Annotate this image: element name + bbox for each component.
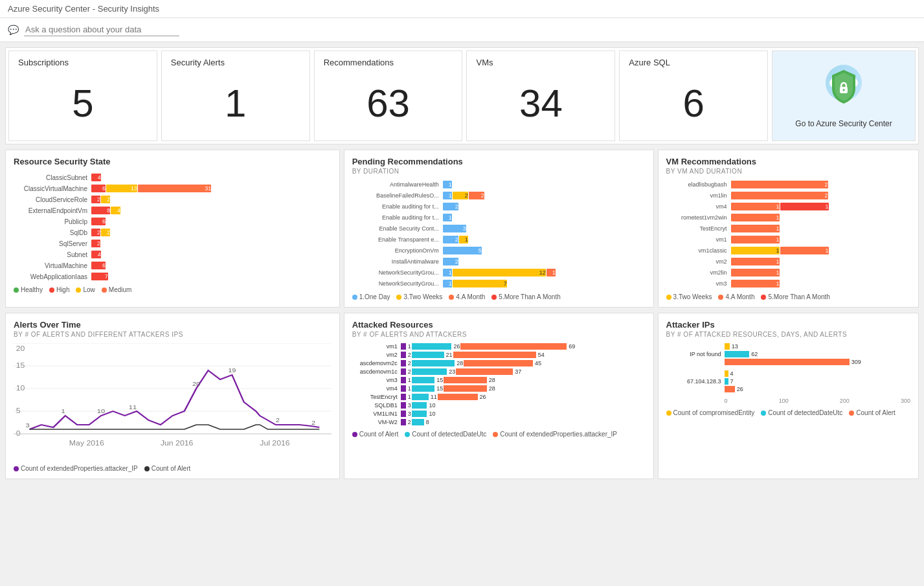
attacked-title: Attacked Resources — [352, 320, 646, 330]
legend-alert-count: Count of Alert — [144, 465, 191, 472]
legend-medium: Medium — [102, 286, 132, 293]
vm-bar-row: vm31 — [666, 279, 910, 288]
resource-security-legend: Healthy High Low Medium — [14, 286, 332, 293]
alerts-chart: 0 5 10 15 20 3 1 10 11 20 19 2 — [14, 343, 332, 460]
pending-bar-row: Enable auditing for t...2 — [352, 202, 646, 211]
pending-bar-row: EncryptionOnVm5 — [352, 246, 646, 255]
qa-input[interactable] — [24, 23, 179, 36]
goto-azure-tile[interactable]: Go to Azure Security Center — [772, 51, 916, 141]
attacker-ips-bar-row: 67.104.128.34726 — [666, 370, 910, 392]
kpi-azure-sql-value: 6 — [629, 73, 758, 134]
vm-rec-chart: eladlisbugbash2vm1lin2vm411rometest1vm2w… — [666, 180, 910, 288]
svg-text:5: 5 — [16, 407, 21, 414]
legend-vm-a-month: 4.A Month — [718, 293, 754, 300]
kpi-subscriptions-label: Subscriptions — [18, 58, 148, 67]
pending-rec-chart: AntimalwareHealth1BaselineFailedRulesO..… — [352, 180, 646, 288]
pending-rec-legend: 1.One Day 3.Two Weeks 4.A Month 5.More T… — [352, 293, 646, 300]
svg-text:Jul 2016: Jul 2016 — [260, 440, 289, 447]
attacker-ips-bar-row: IP not found1362309 — [666, 343, 910, 365]
vm-bar-row: eladlisbugbash2 — [666, 180, 910, 189]
resource-bar-row: ClassicVirtualMachine61331 — [14, 184, 332, 193]
legend-vm-more: 5.More Than A Month — [761, 293, 829, 300]
attacker-ips-title: Attacker IPs — [666, 320, 910, 330]
pending-bar-row: Enable auditing for t...1 — [352, 213, 646, 222]
legend-more-month: 5.More Than A Month — [491, 293, 560, 300]
svg-text:20: 20 — [192, 381, 201, 387]
svg-text:Jun 2016: Jun 2016 — [161, 440, 193, 447]
kpi-security-alerts-value: 1 — [171, 73, 300, 134]
kpi-vms[interactable]: VMs 34 — [466, 51, 615, 141]
resource-bar-row: WebApplicationIaas7 — [14, 272, 332, 281]
attacked-bar-row: vm112669 — [352, 343, 646, 350]
resource-bar-row: CloudServiceRole22 — [14, 195, 332, 204]
kpi-subscriptions-value: 5 — [18, 73, 148, 134]
alerts-title: Alerts Over Time — [14, 320, 332, 330]
attacker-ips-legend: Count of compromisedEntity Count of dete… — [666, 409, 910, 416]
legend-high: High — [49, 286, 70, 293]
kpi-vms-label: VMs — [476, 58, 605, 67]
kpi-subscriptions[interactable]: Subscriptions 5 — [8, 51, 157, 141]
alerts-over-time-panel: Alerts Over Time BY # OF ALERTS AND DIFF… — [5, 313, 340, 479]
resource-bar-row: ExternalEndpointVm84 — [14, 206, 332, 215]
svg-text:May 2016: May 2016 — [69, 440, 104, 447]
kpi-azure-sql[interactable]: Azure SQL 6 — [619, 51, 768, 141]
pending-bar-row: InstallAntimalware2 — [352, 257, 646, 266]
vm-bar-row: vm2lin1 — [666, 268, 910, 277]
vm-bar-row: vm1lin2 — [666, 191, 910, 200]
svg-text:20: 20 — [16, 345, 25, 352]
kpi-azure-sql-label: Azure SQL — [629, 58, 758, 67]
svg-text:2: 2 — [276, 417, 280, 423]
pending-rec-subtitle: BY DURATION — [352, 168, 646, 175]
legend-two-weeks: 3.Two Weeks — [396, 293, 442, 300]
bottom-row: Alerts Over Time BY # OF ALERTS AND DIFF… — [5, 313, 919, 479]
legend-vm-two-weeks: 3.Two Weeks — [666, 293, 712, 300]
svg-text:1: 1 — [62, 408, 66, 414]
svg-point-5 — [843, 89, 845, 91]
attacked-subtitle: BY # OF ALERTS AND ATTACKERS — [352, 331, 646, 338]
legend-attacked-alert: Count of Alert — [352, 431, 399, 438]
kpi-recommendations[interactable]: Recommendations 63 — [314, 51, 463, 141]
kpi-vms-value: 34 — [476, 73, 605, 134]
vm-bar-row: vm1classic11 — [666, 246, 910, 255]
attacked-bar-row: ascdemovm1c22337 — [352, 368, 646, 375]
legend-attacked-detected: Count of detectedDateUtc — [405, 431, 486, 438]
pending-rec-title: Pending Recommendations — [352, 157, 646, 166]
svg-text:0: 0 — [16, 430, 21, 437]
attacked-bar-row: SQLDB1310 — [352, 402, 646, 409]
vm-recommendations-panel: VM Recommendations BY VM AND DURATION el… — [658, 150, 919, 308]
vm-bar-row: vm11 — [666, 235, 910, 244]
kpi-recommendations-value: 63 — [324, 73, 453, 134]
pending-bar-row: Enable Security Cont...3 — [352, 224, 646, 233]
legend-a-month: 4.A Month — [449, 293, 485, 300]
attacked-bar-row: vm311528 — [352, 377, 646, 383]
kpi-security-alerts[interactable]: Security Alerts 1 — [161, 51, 310, 141]
svg-text:15: 15 — [16, 362, 25, 369]
resource-security-chart: ClassicSubnet4ClassicVirtualMachine61331… — [14, 173, 332, 281]
resource-security-panel: Resource Security State ClassicSubnet4Cl… — [5, 150, 340, 308]
legend-attacked-attacker: Count of extendedProperties.attacker_IP — [493, 431, 617, 438]
mid-row: Resource Security State ClassicSubnet4Cl… — [5, 150, 919, 308]
svg-text:10: 10 — [97, 408, 106, 414]
svg-text:19: 19 — [228, 367, 236, 374]
legend-ips-compromised: Count of compromisedEntity — [666, 409, 755, 416]
vm-rec-title: VM Recommendations — [666, 157, 910, 166]
vm-bar-row: rometest1vm2win1 — [666, 213, 910, 222]
svg-text:11: 11 — [129, 404, 137, 411]
pending-bar-row: NetworkSecurityGrou...17 — [352, 279, 646, 288]
kpi-security-alerts-label: Security Alerts — [171, 58, 300, 67]
goto-azure-label: Go to Azure Security Center — [795, 119, 892, 128]
svg-text:3: 3 — [25, 422, 30, 429]
attacked-resources-panel: Attacked Resources BY # OF ALERTS AND AT… — [344, 313, 654, 479]
resource-bar-row: SqlDb22 — [14, 228, 332, 237]
pending-bar-row: AntimalwareHealth1 — [352, 180, 646, 189]
attacked-legend: Count of Alert Count of detectedDateUtc … — [352, 431, 646, 438]
alerts-legend: Count of extendedProperties.attacker_IP … — [14, 465, 332, 472]
attacked-chart: vm112669vm222154ascdemovm2c22845ascdemov… — [352, 343, 646, 425]
legend-healthy: Healthy — [14, 286, 43, 293]
attacked-bar-row: VM1LIN1310 — [352, 411, 646, 417]
alerts-subtitle: BY # OF ALERTS AND DIFFERENT ATTACKERS I… — [14, 331, 332, 338]
attacked-bar-row: vm222154 — [352, 352, 646, 358]
kpi-recommendations-label: Recommendations — [324, 58, 453, 67]
pending-bar-row: Enable Transparent e...21 — [352, 235, 646, 244]
pending-recommendations-panel: Pending Recommendations BY DURATION Anti… — [344, 150, 654, 308]
